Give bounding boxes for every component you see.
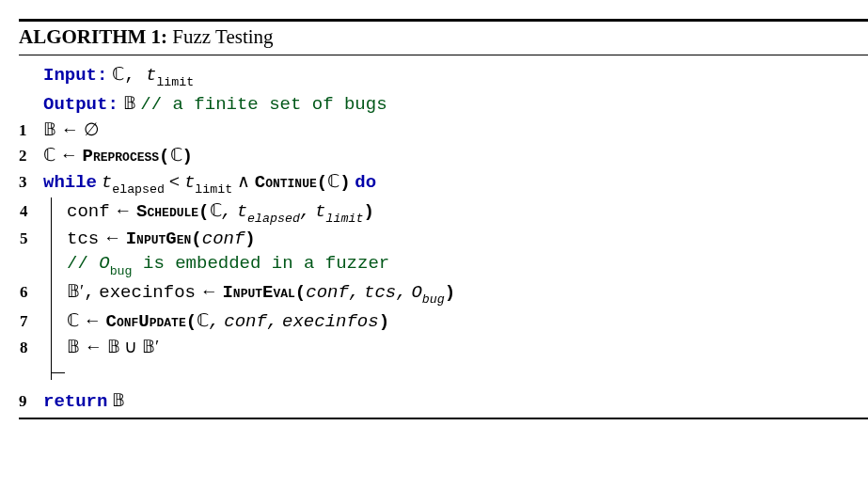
l4-t2: t	[315, 201, 325, 222]
l3-fn: Continue(	[255, 172, 327, 193]
l8-arrow: ←	[85, 337, 103, 356]
l2-C2: ℂ	[170, 145, 182, 165]
comment-Osub: bug	[110, 264, 133, 278]
l2-fn: Preprocess(	[83, 146, 170, 166]
line-number: 3	[19, 173, 43, 192]
line-9-content: return 𝔹	[43, 389, 868, 412]
l8-cup: ∪	[124, 337, 137, 356]
l6-close: )	[445, 282, 455, 303]
l4-c1: ,	[222, 201, 232, 222]
l8-Bp: 𝔹′	[142, 337, 159, 356]
l5-conf: conf	[202, 229, 245, 249]
l4-conf: conf	[67, 201, 110, 222]
l2-close: )	[182, 146, 193, 166]
line-7: 7 ℂ ← ConfUpdate(ℂ, conf, execinfos)	[67, 308, 868, 334]
line-5-content: tcs ← InputGen(conf)	[67, 228, 868, 249]
line-comment: // Obug is embedded in a fuzzer	[67, 251, 868, 278]
output-comment: // a finite set of bugs	[140, 94, 387, 115]
l6-c1: ,	[349, 282, 359, 303]
l6-c2: ,	[396, 282, 406, 303]
line-number: 1	[19, 121, 43, 140]
l7-c2: ,	[267, 311, 277, 332]
l4-fn: Schedule(	[136, 201, 209, 222]
line-number: 6	[20, 283, 67, 302]
l3-while: while	[43, 172, 97, 193]
l6-arrow: ←	[200, 281, 218, 301]
l5-fn: InputGen(	[126, 229, 202, 249]
line-number: 9	[19, 392, 43, 411]
line-2: 2 ℂ ← Preprocess(ℂ)	[19, 142, 868, 168]
output-keyword: Output:	[43, 94, 118, 115]
l6-conf: conf	[306, 282, 349, 303]
input-t-sub: limit	[156, 75, 194, 89]
line-8: 8 𝔹 ← 𝔹 ∪ 𝔹′	[67, 334, 868, 359]
l4-t2sub: limit	[326, 212, 364, 226]
comment-t2: is embedded in a fuzzer	[133, 253, 390, 274]
line-1: 1 𝔹 ← ∅	[19, 117, 868, 142]
l5-arrow: ←	[103, 228, 121, 247]
l1-empty: ∅	[84, 119, 100, 139]
l7-close: )	[379, 311, 389, 332]
line-number: 4	[20, 202, 67, 221]
block-end-marker	[52, 372, 65, 373]
l5-tcs: tcs	[67, 229, 99, 249]
line-number: 2	[19, 147, 43, 166]
l7-conf: conf	[224, 311, 267, 332]
input-keyword: Input:	[43, 65, 107, 86]
l6-Osub: bug	[422, 292, 445, 307]
line-9: 9 return 𝔹	[19, 387, 868, 414]
line-3: 3 while telapsed < tlimit ∧ Continue(ℂ) …	[19, 168, 868, 197]
l7-c1: ,	[209, 311, 219, 332]
l4-C: ℂ	[210, 200, 222, 220]
output-B: 𝔹	[123, 93, 136, 113]
l8-B: 𝔹	[67, 337, 80, 356]
l4-arrow: ←	[114, 200, 132, 220]
line-1-content: 𝔹 ← ∅	[43, 118, 868, 140]
l3-t2: t	[184, 172, 195, 193]
l6-exec: execinfos	[99, 282, 196, 303]
l2-arrow: ←	[60, 145, 78, 165]
l6-tcs: tcs	[364, 282, 396, 303]
algorithm-block: ALGORITHM 1: Fuzz Testing Input: ℂ, tlim…	[19, 19, 868, 419]
l6-Bp: 𝔹′	[67, 281, 84, 301]
l6-O: O	[411, 282, 421, 303]
output-line: Output: 𝔹 // a finite set of bugs	[19, 90, 868, 117]
algorithm-label: ALGORITHM 1:	[19, 25, 167, 48]
line-number: 7	[20, 312, 67, 331]
input-line: Input: ℂ, tlimit	[19, 61, 868, 90]
line-3-content: while telapsed < tlimit ∧ Continue(ℂ) do	[43, 170, 868, 196]
l3-C: ℂ	[327, 171, 339, 191]
l6-fn: InputEval(	[222, 282, 306, 303]
algorithm-header: ALGORITHM 1: Fuzz Testing	[19, 22, 868, 55]
l3-t2sub: limit	[195, 182, 232, 197]
l4-t1: t	[237, 201, 247, 222]
algorithm-body: Input: ℂ, tlimit Output: 𝔹 // a finite s…	[19, 55, 868, 418]
l3-lt: <	[169, 172, 180, 193]
line-6: 6 𝔹′, execinfos ← InputEval(conf, tcs, O…	[67, 278, 868, 308]
l9-B: 𝔹	[112, 390, 125, 410]
line-6-content: 𝔹′, execinfos ← InputEval(conf, tcs, Obu…	[67, 280, 868, 306]
while-block: 4 conf ← Schedule(ℂ, telapsed, tlimit) 5…	[19, 197, 868, 387]
line-4: 4 conf ← Schedule(ℂ, telapsed, tlimit)	[67, 197, 868, 227]
l1-B: 𝔹	[43, 119, 56, 139]
line-number: 8	[20, 339, 67, 357]
comment-O: O	[99, 253, 109, 274]
l7-fn: ConfUpdate(	[106, 311, 197, 332]
l4-t1sub: elapsed	[247, 212, 300, 226]
input-C: ℂ	[112, 64, 124, 84]
line-8-content: 𝔹 ← 𝔹 ∪ 𝔹′	[67, 336, 868, 357]
comment-content: // Obug is embedded in a fuzzer	[67, 253, 868, 276]
input-content: Input: ℂ, tlimit	[43, 63, 868, 88]
l4-c2: ,	[300, 201, 310, 222]
line-2-content: ℂ ← Preprocess(ℂ)	[43, 144, 868, 166]
l3-close: )	[339, 172, 350, 193]
l1-arrow: ←	[61, 119, 79, 139]
l6-comma: ,	[84, 282, 94, 303]
l9-return: return	[43, 391, 107, 412]
l7-C: ℂ	[67, 310, 79, 330]
l8-B2: 𝔹	[107, 337, 120, 356]
l7-exec: execinfos	[282, 311, 379, 332]
l7-C2: ℂ	[197, 310, 209, 330]
output-content: Output: 𝔹 // a finite set of bugs	[43, 92, 868, 115]
line-5: 5 tcs ← InputGen(conf)	[67, 226, 868, 251]
